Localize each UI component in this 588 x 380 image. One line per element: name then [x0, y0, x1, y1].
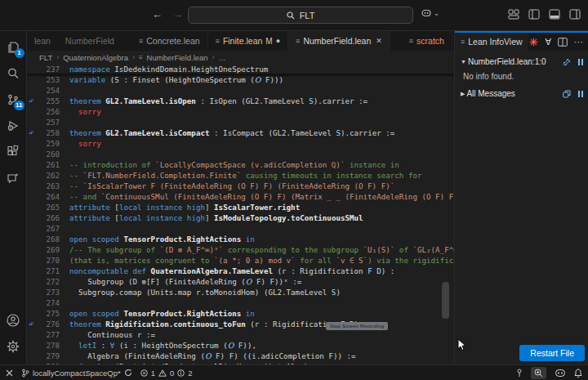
settings-gear-icon[interactable] [0, 333, 27, 360]
code-line[interactable]: 271noncomputable def QuaternionAlgebra.T… [27, 266, 454, 276]
code-line[interactable]: 270(that is, matrices congruent to `(a *… [27, 255, 454, 266]
code-line[interactable]: 266attribute [local instance high] IsMod… [27, 212, 454, 223]
code-text: sorry [69, 138, 101, 149]
breadcrumb-item[interactable]: QuaternionAlgebra [63, 53, 128, 62]
code-line[interactable]: ✓✓255theorem GL2.TameLevel.isOpen : IsOp… [27, 96, 454, 106]
toggle-sidebar-right-icon[interactable] [569, 9, 581, 20]
breadcrumb-item[interactable]: NumberField.lean [147, 53, 208, 62]
source-control-icon[interactable]: 11 [0, 87, 27, 113]
breadcrumb-separator: › [212, 53, 215, 61]
forall-lean-icon[interactable]: ∀ [545, 37, 551, 47]
back-arrow-icon[interactable]: ← [152, 9, 163, 20]
explorer-icon[interactable]: 1 [0, 34, 27, 60]
tab-finite-lean[interactable]: ≡ Finite.lean M ● [208, 31, 289, 51]
code-text: -- introduction of `LocallyCompactSpace … [69, 159, 399, 170]
code-text: -- `IsScalarTower F (FiniteAdeleRing (O … [69, 181, 394, 191]
line-number: 254 [27, 85, 60, 96]
code-line[interactable]: 278 letI : ∀ (i : HeightOneSpectrum (O F… [27, 340, 454, 351]
toggle-sidebar-left-icon[interactable] [528, 9, 540, 20]
code-line[interactable]: 265attribute [local instance high] IsSca… [27, 202, 454, 212]
code-line[interactable]: 272 Subgroup (D ⊗[F] (FiniteAdeleRing (O… [27, 276, 454, 287]
copilot-icon [421, 8, 432, 18]
problems-status[interactable]: 1 0 2 [140, 369, 193, 378]
toggle-panel-icon[interactable] [549, 9, 560, 20]
copilot-status-icon[interactable] [555, 369, 566, 378]
copilot-menu-button[interactable]: ⌄ [421, 8, 439, 18]
code-line[interactable]: 273 Subgroup.comap (Units.map r.toMonoid… [27, 287, 454, 297]
code-text: theorem GL2.TameLevel.isOpen : IsOpen (G… [69, 96, 368, 106]
code-text: sorry [69, 106, 101, 117]
sticky-scroll-line[interactable]: 237namespace IsDedekindDomain.HeightOneS… [27, 64, 454, 74]
line-number: 273 [27, 287, 60, 297]
code-text: open scoped TensorProduct.RightActions i… [69, 234, 255, 244]
code-line[interactable]: 268open scoped TensorProduct.RightAction… [27, 234, 454, 244]
chat-icon[interactable] [0, 165, 27, 191]
code-line[interactable]: 256 sorry [27, 106, 454, 117]
stop-screen-recording-tooltip: Stop Screen Recording [326, 322, 388, 330]
code-text: -- and `ContinuousSMul (FiniteAdeleRing … [69, 191, 454, 202]
code-line[interactable]: 274 [27, 297, 454, 308]
lean-file-icon: ≡ [216, 37, 220, 45]
code-line[interactable]: 261-- introduction of `LocallyCompactSpa… [27, 159, 454, 170]
tab-concrete-lean[interactable]: ≡ Concrete.lean [131, 31, 208, 51]
line-number: 237 [27, 64, 60, 74]
infoview-position-header[interactable]: ▼ NumberField.lean:1:0 [461, 57, 583, 66]
line-number: 275 [27, 308, 60, 319]
screencast-zoom-button[interactable] [531, 367, 546, 379]
tab-lean[interactable]: lean [27, 31, 58, 51]
lean-infoview-panel: ≡ Lean InfoView ∀ ⋯ ▼ NumberField.lean:1… [454, 31, 588, 364]
account-icon[interactable] [0, 307, 27, 333]
line-number: 264 [27, 191, 60, 202]
code-line[interactable]: 279 Algebra (FiniteAdeleRing (O F) F) ((… [27, 351, 454, 361]
code-line[interactable]: 259 sorry [27, 138, 454, 149]
pin-icon[interactable] [563, 58, 571, 66]
red-starburst-icon[interactable] [529, 38, 538, 47]
customize-layout-icon[interactable] [508, 9, 519, 20]
code-line[interactable]: ✓✓276theorem Rigidification.continuous_t… [27, 319, 454, 329]
code-line[interactable]: 253variable (S : Finset (HeightOneSpectr… [27, 74, 454, 85]
code-line[interactable]: 254 [27, 85, 454, 96]
code-line[interactable]: 257 [27, 117, 454, 127]
tab-numberfield-lean[interactable]: ≡ NumberField.lean ✕ [288, 31, 390, 51]
git-branch-status[interactable]: locallyCompactSpaceQp* [21, 369, 132, 378]
line-number: 265 [27, 202, 60, 212]
code-line[interactable]: ✓✓258theorem GL2.TameLevel.isCompact : I… [27, 127, 454, 138]
code-line[interactable]: 260 [27, 149, 454, 159]
pin-status-icon[interactable] [516, 369, 523, 378]
vertical-scrollbar[interactable] [442, 282, 449, 319]
close-tab-icon[interactable]: ✕ [376, 37, 382, 45]
search-value: FLT [300, 11, 315, 20]
code-line[interactable]: 262-- `FLT.NumberField.Completion.Finite… [27, 170, 454, 181]
extensions-icon[interactable] [0, 139, 27, 165]
breadcrumb-item[interactable]: FLT [39, 53, 52, 62]
tab-numberfield-dim[interactable]: NumberField [58, 31, 122, 51]
code-line[interactable]: 275open scoped TensorProduct.RightAction… [27, 308, 454, 319]
code-line[interactable]: 267 [27, 223, 454, 234]
status-bar: locallyCompactSpaceQp* 1 0 2 [0, 364, 588, 380]
collapse-twisty-icon[interactable]: ▼ [461, 59, 466, 65]
unsaved-dot-icon[interactable]: ● [276, 37, 280, 45]
restart-file-button[interactable]: Restart File [519, 345, 585, 361]
bell-icon[interactable] [574, 369, 582, 378]
tab-lean-infoview[interactable]: ≡ Lean InfoView [455, 33, 528, 51]
pause-updating-icon[interactable] [578, 59, 583, 65]
branch-name: locallyCompactSpaceQp* [33, 369, 121, 378]
code-editor[interactable]: 237namespace IsDedekindDomain.HeightOneS… [27, 64, 454, 364]
run-debug-icon[interactable] [0, 113, 27, 139]
infoview-all-messages[interactable]: ▶ All Messages [461, 89, 583, 98]
code-line[interactable]: 277 Continuous r := [27, 329, 454, 340]
forward-arrow-icon[interactable]: → [172, 9, 183, 20]
split-editor-icon[interactable] [558, 38, 568, 47]
code-line[interactable]: 269/-- The subgroup of `(D ⊗ A_F^∞)ˣ` co… [27, 244, 454, 255]
command-center-search[interactable]: FLT [188, 7, 413, 24]
open-messages-icon[interactable] [563, 90, 571, 98]
code-line[interactable]: 264-- and `ContinuousSMul (FiniteAdeleRi… [27, 191, 454, 202]
search-sidebar-icon[interactable] [0, 60, 27, 87]
pause-messages-icon[interactable] [578, 91, 583, 97]
breadcrumb-item[interactable]: … [219, 53, 227, 62]
remote-indicator[interactable] [6, 369, 13, 377]
expand-twisty-icon[interactable]: ▶ [461, 91, 465, 97]
more-actions-icon[interactable]: ⋯ [574, 37, 583, 47]
code-line[interactable]: 263-- `IsScalarTower F (FiniteAdeleRing … [27, 181, 454, 191]
tab-scratch[interactable]: ≡ scratch [402, 31, 452, 51]
